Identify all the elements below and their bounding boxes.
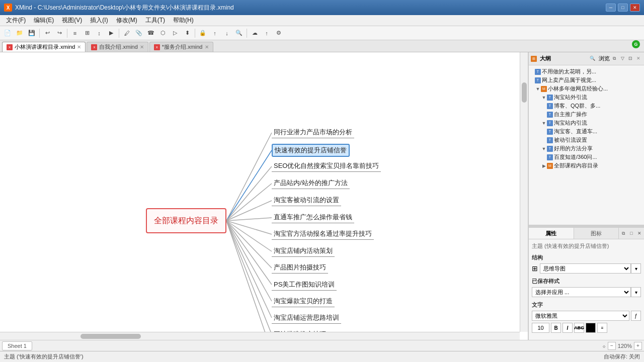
save-button[interactable]: 💾 — [26, 28, 37, 39]
tree-item-11[interactable]: ▶ M 全部课程内容目录 — [531, 161, 642, 170]
notification-badge[interactable]: G — [632, 40, 640, 48]
tree-expand-3[interactable]: ▼ — [541, 95, 547, 101]
tree-item-6[interactable]: ▼ T 淘宝站内引流 — [531, 119, 642, 127]
saved-styles-dropdown[interactable]: ▾ — [631, 287, 641, 297]
menu-tools[interactable]: 工具(T) — [141, 15, 169, 26]
tree-item-10[interactable]: T 百度知道/360问... — [531, 153, 642, 161]
menu-edit[interactable]: 编辑(E) — [30, 15, 58, 26]
branch-8[interactable]: 产品图片拍摄技巧 — [272, 262, 328, 274]
tb-btn10[interactable]: ⬡ — [157, 28, 169, 39]
props-btn3[interactable]: ✕ — [636, 230, 643, 237]
tree-expand-2[interactable]: ▼ — [535, 86, 541, 92]
tb-btn3[interactable]: ≡ — [69, 28, 80, 39]
tab-1[interactable]: x 自我介绍.xmind ✕ — [87, 42, 148, 52]
tb-btn12[interactable]: ⬍ — [182, 28, 193, 39]
tree-item-4[interactable]: T 博客、QQ群、多... — [531, 102, 642, 110]
tab-0[interactable]: x 小林演讲课程目录.xmind ✕ — [2, 42, 86, 52]
branch-11[interactable]: 淘宝店铺运营思路培训 — [272, 312, 341, 324]
tb-btn11[interactable]: ▷ — [170, 28, 181, 39]
font-select[interactable]: 微软雅黑 — [532, 311, 629, 321]
redo-button[interactable]: ↪ — [54, 28, 65, 39]
saved-styles-select[interactable]: 选择并应用 ... — [532, 287, 631, 297]
structure-dropdown[interactable]: ▾ — [631, 263, 641, 274]
tree-item-5[interactable]: T 自主推广操作 — [531, 110, 642, 119]
branch-2[interactable]: SEO优化自然搜索宝贝排名靠前技巧 — [272, 160, 381, 172]
tree-item-8[interactable]: T 被动引流设置 — [531, 136, 642, 144]
props-btn2[interactable]: □ — [628, 230, 635, 237]
branch-5[interactable]: 直通车推广怎么操作最省钱 — [272, 212, 354, 223]
tb-btn16[interactable]: 🔍 — [233, 28, 245, 39]
tree-expand-11[interactable]: ▶ — [541, 163, 547, 169]
menu-insert[interactable]: 插入(I) — [86, 15, 112, 26]
menu-view[interactable]: 视图(V) — [58, 15, 86, 26]
tb-btn5[interactable]: ↕ — [94, 28, 105, 39]
filter-icon[interactable]: ⬦ — [602, 342, 606, 349]
font-format-btn[interactable]: ƒ — [631, 311, 641, 321]
zoom-in-btn[interactable]: + — [634, 342, 642, 350]
outline-browse-tab[interactable]: 🔍 — [589, 55, 596, 62]
tree-item-1[interactable]: T 网上卖产品属于视觉... — [531, 76, 642, 84]
font-italic-btn[interactable]: I — [562, 323, 573, 333]
tb-btn6[interactable]: ▶ — [106, 28, 117, 39]
menu-modify[interactable]: 修改(M) — [112, 15, 141, 26]
outline-tree[interactable]: T 不用做的太花哨，另... T 网上卖产品属于视觉... ▼ M 小林多年做网… — [529, 65, 644, 225]
font-color-btn[interactable] — [586, 323, 596, 333]
branch-6[interactable]: 淘宝官方活动报名通过率提升技巧 — [272, 228, 374, 240]
props-btn1[interactable]: ⧉ — [620, 230, 627, 237]
tree-item-0[interactable]: T 不用做的太花哨，另... — [531, 67, 642, 76]
branch-0[interactable]: 同行业潜力产品市场的分析 — [272, 127, 354, 138]
outline-btn4[interactable]: ✕ — [635, 55, 642, 62]
tb-btn4[interactable]: ⊞ — [82, 28, 93, 39]
tree-item-2[interactable]: ▼ M 小林多年做网店经验心... — [531, 84, 642, 93]
tb-btn14[interactable]: ↑ — [209, 28, 220, 39]
font-size-input[interactable] — [532, 323, 549, 333]
props-tab-attributes[interactable]: 属性 — [529, 228, 574, 239]
font-bold-btn[interactable]: B — [551, 323, 561, 333]
tab-0-close[interactable]: ✕ — [77, 44, 81, 50]
tb-btn18[interactable]: ↑ — [261, 28, 272, 39]
settings-button[interactable]: ⚙ — [273, 28, 284, 39]
close-button[interactable]: ✕ — [630, 4, 640, 12]
tb-btn9[interactable]: ☎ — [145, 28, 156, 39]
outline-btn2[interactable]: ▽ — [619, 55, 626, 62]
tb-btn8[interactable]: 📎 — [133, 28, 144, 39]
new-button[interactable]: 📄 — [2, 28, 13, 39]
branch-3[interactable]: 产品站内/站外的推广方法 — [272, 177, 350, 189]
tree-expand-9[interactable]: ▼ — [541, 146, 547, 152]
tab-2-close[interactable]: ✕ — [205, 44, 209, 50]
tree-item-7[interactable]: T 淘宝客、直通车... — [531, 127, 642, 136]
tree-expand-6[interactable]: ▼ — [541, 120, 547, 126]
tb-btn7[interactable]: 🖊 — [121, 28, 132, 39]
menu-file[interactable]: 文件(F) — [2, 15, 30, 26]
branch-1[interactable]: 快速有效的提升店铺信誉 — [272, 144, 350, 157]
props-tab-icons[interactable]: 图标 — [574, 228, 619, 239]
vertical-scrollbar[interactable] — [520, 52, 528, 332]
outline-btn1[interactable]: ⧉ — [611, 55, 618, 62]
tb-btn15[interactable]: ↓ — [221, 28, 232, 39]
maximize-button[interactable]: □ — [618, 4, 628, 12]
horizontal-thumb[interactable] — [80, 334, 141, 339]
tab-2[interactable]: x *服务介绍.xmind ✕ — [149, 42, 213, 52]
tb-btn17[interactable]: ☁ — [249, 28, 260, 39]
tree-item-9[interactable]: ▼ T 好用的方法分享 — [531, 144, 642, 153]
tree-item-3[interactable]: ▼ T 淘宝站外引流 — [531, 93, 642, 102]
branch-9[interactable]: PS美工作图知识培训 — [272, 279, 337, 291]
tab-1-close[interactable]: ✕ — [140, 44, 144, 50]
tb-btn13[interactable]: 🔒 — [197, 28, 208, 39]
vertical-thumb[interactable] — [522, 82, 527, 103]
browse-label[interactable]: 浏览 — [599, 55, 610, 62]
minimize-button[interactable]: ─ — [606, 4, 616, 12]
align-btn[interactable]: ≡ — [597, 323, 607, 333]
horizontal-scrollbar[interactable] — [0, 332, 520, 340]
mindmap-canvas[interactable]: 全部课程内容目录 同行业潜力产品市场的分析 快速有效的提升店铺信誉 SEO优化自… — [0, 52, 520, 332]
branch-10[interactable]: 淘宝爆款宝贝的打造 — [272, 296, 335, 307]
central-topic[interactable]: 全部课程内容目录 — [146, 208, 226, 233]
branch-4[interactable]: 淘宝客被动引流的设置 — [272, 195, 341, 206]
branch-7[interactable]: 淘宝店铺内活动策划 — [272, 245, 335, 257]
undo-button[interactable]: ↩ — [42, 28, 53, 39]
zoom-out-btn[interactable]: − — [608, 342, 616, 350]
sheet-tab[interactable]: Sheet 1 — [2, 341, 32, 350]
open-button[interactable]: 📁 — [14, 28, 25, 39]
menu-help[interactable]: 帮助(H) — [169, 15, 198, 26]
outline-btn3[interactable]: ⊡ — [627, 55, 634, 62]
